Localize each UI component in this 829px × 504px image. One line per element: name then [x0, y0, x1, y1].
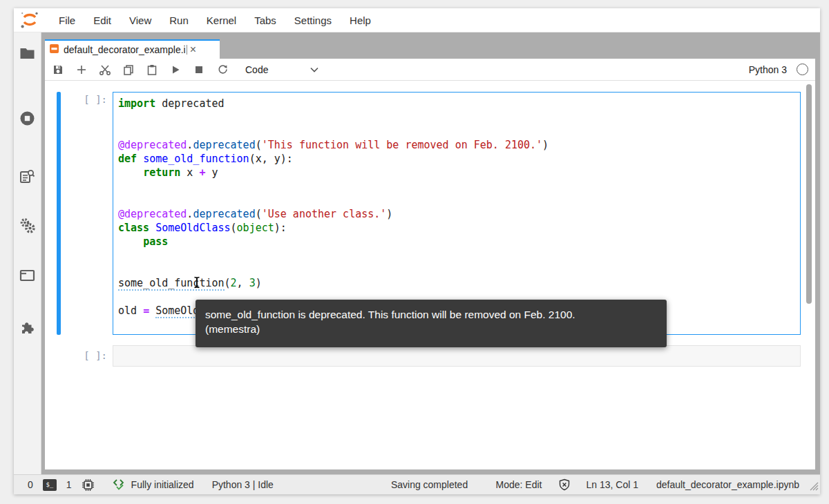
- settings-gears-icon[interactable]: [19, 217, 36, 234]
- file-browser-icon[interactable]: [19, 45, 36, 61]
- code-line: pass: [118, 235, 800, 249]
- code-line: [118, 262, 800, 276]
- code-check-icon: [113, 478, 126, 491]
- cell-collapser[interactable]: [57, 92, 61, 335]
- code-line: def some_old_function(x, y):: [118, 152, 800, 166]
- status-bar: 0 $_ 1 Fully initialized Pyth: [14, 474, 820, 494]
- tab-title-clip: [187, 45, 187, 55]
- jupyter-logo-icon: [19, 11, 40, 29]
- kernel-name-button[interactable]: Python 3: [749, 64, 787, 75]
- menu-item-tabs[interactable]: Tabs: [245, 14, 285, 26]
- notebook-toolbar: Code Python 3: [45, 59, 815, 81]
- dock-panel: default_decorator_example.i × Code Pytho…: [41, 32, 820, 474]
- init-status: Fully initialized: [131, 479, 194, 490]
- cut-icon[interactable]: [95, 61, 115, 79]
- resize-grip[interactable]: [808, 480, 819, 493]
- mode-indicator[interactable]: Mode: Edit: [496, 479, 542, 490]
- menu-item-file[interactable]: File: [50, 14, 84, 26]
- empty-cell-editor[interactable]: [113, 345, 801, 367]
- menu-item-edit[interactable]: Edit: [84, 14, 120, 26]
- property-inspector-icon[interactable]: [19, 168, 36, 184]
- menu-item-run[interactable]: Run: [160, 14, 198, 26]
- tab-title: default_decorator_example.i: [64, 44, 186, 55]
- notebook-tab[interactable]: default_decorator_example.i ×: [45, 39, 220, 59]
- open-tabs-icon[interactable]: [19, 267, 36, 284]
- code-cell-editor[interactable]: import deprecated @deprecated.deprecated…: [113, 92, 801, 335]
- extension-manager-icon[interactable]: [19, 318, 36, 335]
- tooltip-line1: some_old_function is deprecated. This fu…: [205, 307, 657, 322]
- code-line: @deprecated.deprecated('This function wi…: [118, 138, 800, 152]
- tab-close-icon[interactable]: ×: [190, 44, 196, 55]
- menu-item-kernel[interactable]: Kernel: [198, 14, 245, 26]
- code-line: some_old_function(2, 3): [118, 276, 800, 290]
- activity-sidebar: [14, 32, 41, 474]
- save-status: Saving completed: [391, 479, 468, 490]
- cell-input-prompt: [ ]:: [60, 94, 107, 105]
- cell-input-prompt-2: [ ]:: [60, 350, 107, 361]
- code-line: import deprecated: [118, 97, 800, 110]
- menu-item-view[interactable]: View: [120, 14, 160, 26]
- terminal-count: 0: [28, 479, 33, 490]
- notebook-content: [ ]: import deprecated @deprecated.depre…: [45, 81, 815, 469]
- copy-icon[interactable]: [118, 61, 139, 79]
- paste-icon[interactable]: [142, 61, 162, 79]
- code-line: class SomeOldClass(object):: [118, 221, 800, 235]
- restart-icon[interactable]: [212, 61, 233, 79]
- deprecation-tooltip: some_old_function is deprecated. This fu…: [196, 300, 667, 347]
- kernel-status[interactable]: Python 3 | Idle: [212, 479, 274, 490]
- jupyterlab-window: FileEditViewRunKernelTabsSettingsHelp de…: [14, 8, 820, 494]
- cell-type-dropdown-value[interactable]: Code: [245, 64, 268, 75]
- run-icon[interactable]: [165, 61, 186, 79]
- stop-icon[interactable]: [189, 61, 209, 79]
- shield-x-icon[interactable]: [558, 478, 571, 491]
- code-line: [118, 180, 800, 193]
- running-kernels-icon[interactable]: [19, 110, 36, 126]
- notebook-file-icon: [49, 43, 59, 57]
- chevron-down-icon[interactable]: [304, 61, 325, 79]
- text-cursor-icon: [193, 276, 201, 289]
- status-filename: default_decorator_example.ipynb: [656, 479, 799, 490]
- menu-bar: FileEditViewRunKernelTabsSettingsHelp: [14, 8, 820, 32]
- kernel-count: 1: [66, 479, 72, 490]
- code-line: return x + y: [118, 166, 800, 180]
- tooltip-line2: (memestra): [205, 322, 657, 336]
- notebook-scrollbar[interactable]: [806, 84, 812, 304]
- code-line: [118, 110, 800, 124]
- code-line: [118, 193, 800, 207]
- menu-item-settings[interactable]: Settings: [285, 14, 341, 26]
- kernel-idle-indicator-icon: [797, 64, 808, 75]
- code-line: @deprecated.deprecated('Use another clas…: [118, 207, 800, 221]
- code-line: [118, 249, 800, 262]
- kernel-chip-icon[interactable]: [82, 478, 95, 492]
- add-cell-icon[interactable]: [71, 61, 92, 79]
- cursor-position[interactable]: Ln 13, Col 1: [586, 479, 638, 490]
- code-line: [118, 124, 800, 138]
- menu-item-help[interactable]: Help: [341, 14, 380, 26]
- terminal-icon[interactable]: $_: [43, 479, 57, 491]
- save-icon[interactable]: [48, 61, 68, 79]
